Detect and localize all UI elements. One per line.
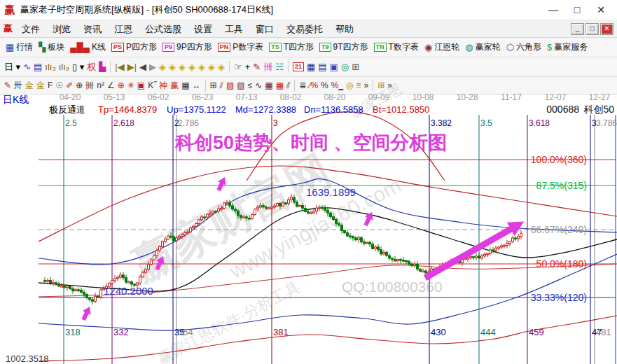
p-square-button[interactable]: PSP四方形	[109, 41, 159, 54]
chart-area[interactable]	[0, 94, 617, 364]
wave-tool[interactable]: ∿	[254, 80, 263, 92]
arc-fan-tool[interactable]: ▧	[235, 80, 246, 92]
gann-fan-tool[interactable]: ⫽	[219, 80, 225, 92]
t-table-button[interactable]: TNT数字表	[372, 41, 421, 54]
menu-settings[interactable]: 设置	[188, 22, 219, 36]
fibonacci-tool[interactable]: F	[46, 80, 54, 92]
9p-square-button[interactable]: P99P四方形	[160, 41, 214, 54]
frame-tool[interactable]: ⊞	[209, 80, 219, 92]
winner-service-button[interactable]: $赢家服务	[545, 41, 590, 54]
cycle-tool[interactable]: ⊕	[74, 80, 84, 92]
last-bar-button[interactable]: ▶|	[126, 61, 138, 73]
next-bar-button[interactable]: ▶	[148, 61, 158, 73]
gann-wheel-button[interactable]: ◉江恩轮	[422, 41, 462, 54]
gann-box-tool[interactable]: ▨	[225, 80, 235, 92]
box-tool[interactable]: ▣	[136, 80, 146, 92]
ying-tool[interactable]: 赢	[169, 80, 180, 92]
reset-view-button[interactable]: ◈	[216, 61, 226, 73]
t-square-button[interactable]: TST四方形	[267, 41, 316, 54]
percent-drop-tool[interactable]: ∕%	[307, 80, 319, 92]
gann-line-tool[interactable]: 卅	[13, 80, 24, 92]
golden-spiral-tool[interactable]: 金	[35, 80, 46, 92]
parallel-tool[interactable]: ⫽	[285, 80, 291, 92]
menu-file[interactable]: 文件	[15, 22, 46, 36]
time-line-tool[interactable]: 卌	[84, 80, 95, 92]
candle-style-button[interactable]: ▯ ▾	[71, 61, 85, 73]
pen-tool[interactable]: ✎	[3, 80, 13, 92]
minimize-button[interactable]: —	[541, 4, 565, 15]
kline-button[interactable]: ▄█▄K线	[68, 41, 108, 54]
menu-tools[interactable]: 工具	[219, 22, 249, 36]
f10-info-icon[interactable]: ▤	[32, 61, 43, 73]
sectors-button[interactable]: ▚板块	[36, 41, 67, 54]
memo-button[interactable]: ▤	[317, 61, 328, 73]
k-mark-tool[interactable]: K˝	[146, 80, 158, 92]
stats-tool[interactable]: ≣	[298, 80, 307, 92]
menu-browse[interactable]: 浏览	[46, 22, 77, 36]
save-button[interactable]: ▣	[328, 61, 340, 73]
bar-width-tool[interactable]: ↔	[191, 80, 202, 92]
gold-circle-tool[interactable]: ◎	[345, 80, 354, 92]
period-button[interactable]: 日 ▾	[3, 61, 22, 73]
first-bar-button[interactable]: |◀	[113, 61, 125, 73]
multiwindow-icon[interactable]: ∿	[22, 61, 32, 73]
n2-tool[interactable]: n²	[95, 80, 106, 92]
mdi-system-icon[interactable]: 赢	[4, 22, 13, 35]
quotes-button[interactable]: ▦行情	[4, 41, 35, 54]
p-table-button[interactable]: PNP数字表	[216, 41, 266, 54]
calculator-button[interactable]: ▦	[305, 61, 317, 73]
spiral-tool[interactable]: ☉	[54, 80, 64, 92]
marker-tool[interactable]: ✐	[64, 80, 74, 92]
menu-news[interactable]: 资讯	[77, 22, 108, 36]
hexagon-button[interactable]: ⬡六角形	[504, 41, 543, 54]
compress-y-button[interactable]: ◈	[197, 61, 207, 73]
ray-tool[interactable]: ≤	[247, 80, 254, 92]
crosshair-button[interactable]: +	[244, 61, 252, 73]
yellow-grid-tool[interactable]: ⊞	[376, 80, 386, 92]
gold-line-tool[interactable]: ≡	[355, 80, 363, 92]
prev-bar-button[interactable]: ◀	[138, 61, 148, 73]
star-tool[interactable]: ✳	[126, 80, 136, 92]
percent-line-tool[interactable]: %‗	[330, 80, 345, 92]
red-grid-tool[interactable]: ▦	[275, 80, 285, 92]
export-button[interactable]: ◎	[340, 61, 350, 73]
shift-right-button[interactable]: ◈	[167, 61, 177, 73]
color-chart-icon[interactable]: ▙	[97, 61, 107, 73]
menu-window[interactable]: 窗口	[249, 22, 280, 36]
9t-square-button[interactable]: T99T四方形	[317, 41, 370, 54]
shen-tool[interactable]: 神	[158, 80, 169, 92]
mdi-minimize-button[interactable]: _	[571, 23, 584, 35]
restoration-icon[interactable]: 权	[85, 61, 97, 73]
mdi-close-button[interactable]: ✕	[600, 23, 613, 35]
more-tools-button[interactable]: »	[363, 80, 370, 92]
winner-wheel-button[interactable]: ◍赢家轮	[463, 41, 502, 54]
chip2-tool-icon-icon: ☵	[275, 62, 284, 72]
close-button[interactable]: ✕	[589, 4, 613, 15]
calendar-button[interactable]: 21	[291, 62, 305, 72]
angle-tool[interactable]: ∠	[106, 80, 116, 92]
ma9-icon[interactable]: ılı₉	[57, 61, 71, 73]
menu-formula-stock-pick[interactable]: 公式选股	[139, 22, 188, 36]
price-grid-tool[interactable]: ▦	[180, 80, 190, 92]
maximize-button[interactable]: □	[565, 4, 589, 15]
compress-x-button[interactable]: ◈	[177, 61, 187, 73]
chip-tool-icon[interactable]: 卌	[262, 61, 274, 73]
percent-tool[interactable]: %	[319, 80, 330, 92]
pointer-tool-button[interactable]: ✎	[251, 61, 262, 73]
memo-button-icon: ▤	[318, 62, 326, 72]
golden-section-tool[interactable]: 金	[24, 80, 35, 92]
expand-x-button[interactable]: ◈	[187, 61, 197, 73]
menu-gann[interactable]: 江恩	[108, 22, 139, 36]
print-button[interactable]: ⊞	[350, 61, 361, 73]
expand-y-button[interactable]: ◈	[207, 61, 216, 73]
shift-left-button[interactable]: ◈	[158, 61, 167, 73]
menu-trade[interactable]: 交易委托	[280, 22, 329, 36]
gann-target-tool[interactable]: ⊕	[116, 80, 126, 92]
more-tools2-button[interactable]: »	[386, 80, 394, 92]
ma3-icon[interactable]: ılı₃	[43, 61, 57, 73]
mdi-restore-button[interactable]: □	[585, 23, 599, 35]
menu-help[interactable]: 帮助	[329, 22, 360, 36]
chip2-tool-icon[interactable]: ☵	[274, 61, 285, 73]
drag-hand-button[interactable]: ☞	[233, 61, 244, 73]
grid-tool[interactable]: ▦	[263, 80, 274, 92]
